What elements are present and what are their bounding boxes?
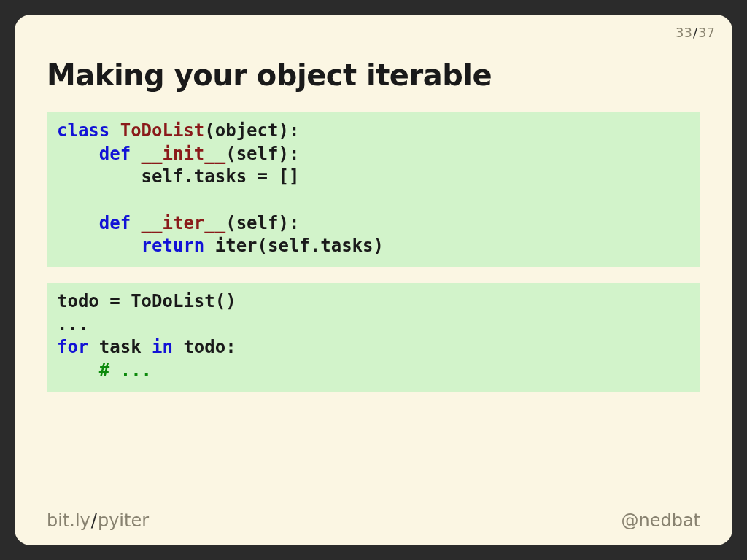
page-total: 37: [698, 25, 715, 40]
slide-footer: bit.ly/pyiter @nedbat: [47, 510, 700, 531]
footer-link-sep: /: [91, 510, 97, 531]
page-current: 33: [676, 25, 692, 40]
footer-link: bit.ly/pyiter: [47, 510, 149, 531]
footer-link-path: pyiter: [98, 510, 149, 531]
footer-handle: @nedbat: [621, 510, 700, 531]
footer-link-host: bit.ly: [47, 510, 90, 531]
slide-title: Making your object iterable: [47, 58, 700, 92]
page-separator: /: [693, 25, 697, 40]
page-counter: 33/37: [676, 25, 715, 40]
code-block-usage: todo = ToDoList() ... for task in todo: …: [47, 283, 700, 392]
code-block-class-definition: class ToDoList(object): def __init__(sel…: [47, 112, 700, 267]
slide: 33/37 Making your object iterable class …: [15, 15, 732, 545]
